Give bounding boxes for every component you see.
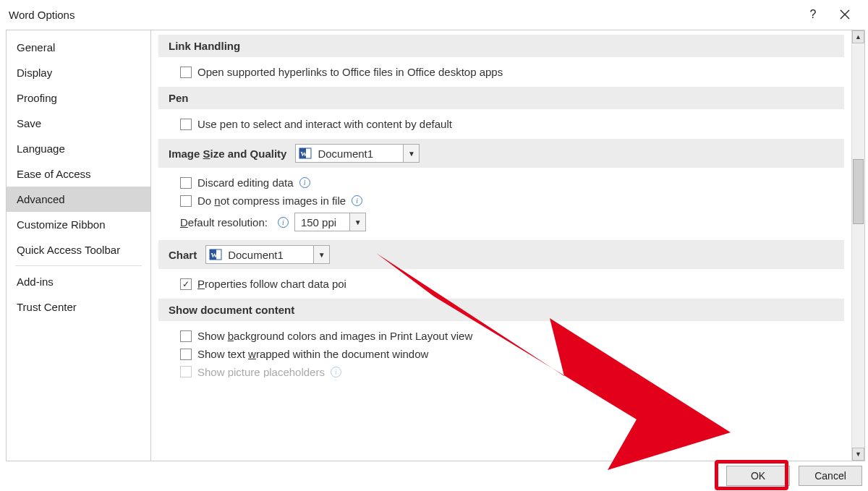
scroll-track[interactable] [852,43,864,448]
svg-text:W: W [301,150,307,158]
cancel-button[interactable]: Cancel [799,466,862,486]
chevron-down-icon: ▼ [349,213,365,231]
label-background-colors: Show background colors and images in Pri… [197,330,472,342]
sidebar-item-quick-access-toolbar[interactable]: Quick Access Toolbar [7,237,150,262]
scrollbar-vertical[interactable]: ▲ ▼ [851,30,864,461]
sidebar-item-language[interactable]: Language [7,136,150,161]
label-use-pen: Use pen to select and interact with cont… [197,118,452,130]
label-discard-editing: Discard editing data [197,176,294,189]
sidebar-item-display[interactable]: Display [7,60,150,85]
word-doc-icon: W [299,147,312,160]
sidebar-separator [15,265,142,266]
dropdown-resolution-value: 150 ppi [295,216,349,229]
label-no-compress: Do not compress images in file [197,195,346,207]
svg-text:W: W [211,252,218,259]
checkbox-picture-placeholders[interactable] [180,366,192,377]
word-doc-icon: W [209,248,222,261]
options-sidebar: General Display Proofing Save Language E… [6,30,150,461]
chevron-down-icon: ▼ [403,145,419,162]
label-open-hyperlinks: Open supported hyperlinks to Office file… [197,66,503,78]
section-chart: Chart W Document1 ▼ [158,240,844,269]
label-default-resolution: Default resolution: [180,216,272,229]
section-link-handling: Link Handling [158,35,844,57]
sidebar-item-proofing[interactable]: Proofing [7,85,150,111]
label-chart-properties: Properties follow chart data poi [197,278,346,290]
sidebar-item-ease-of-access[interactable]: Ease of Access [7,161,150,187]
titlebar: Word Options ? [0,0,868,29]
checkbox-open-hyperlinks[interactable] [180,67,192,78]
section-show-document-content: Show document content [158,299,844,321]
help-icon[interactable]: ? [797,3,829,26]
dropdown-chart-document-value: Document1 [226,249,313,261]
window-title: Word Options [9,9,797,21]
sidebar-item-add-ins[interactable]: Add-ins [7,269,150,294]
dropdown-image-document[interactable]: W Document1 ▼ [295,144,420,163]
checkbox-discard-editing[interactable] [180,177,192,189]
scroll-thumb[interactable] [853,159,864,224]
dropdown-chart-document[interactable]: W Document1 ▼ [205,245,330,264]
info-icon[interactable]: i [278,217,289,228]
chevron-down-icon: ▼ [313,246,329,263]
close-icon[interactable] [829,3,861,26]
info-icon[interactable]: i [331,367,341,377]
scroll-down-icon[interactable]: ▼ [852,448,864,461]
sidebar-item-save[interactable]: Save [7,111,150,136]
checkbox-chart-properties[interactable] [180,278,192,290]
checkbox-no-compress[interactable] [180,195,192,207]
checkbox-text-wrapped[interactable] [180,349,192,360]
label-picture-placeholders: Show picture placeholders [197,366,325,378]
checkbox-use-pen[interactable] [180,119,192,130]
sidebar-item-trust-center[interactable]: Trust Center [7,294,150,320]
sidebar-item-customize-ribbon[interactable]: Customize Ribbon [7,212,150,237]
options-main: Link Handling Open supported hyperlinks … [150,30,865,461]
info-icon[interactable]: i [299,177,310,188]
section-image-quality: Image Size and Quality W Document1 ▼ [158,139,844,168]
sidebar-item-advanced[interactable]: Advanced [7,187,150,212]
info-icon[interactable]: i [352,195,362,206]
section-pen: Pen [158,87,844,109]
dialog-footer: OK Cancel [726,466,862,486]
sidebar-item-general[interactable]: General [7,35,150,60]
section-chart-title: Chart [169,249,197,261]
label-text-wrapped: Show text wrapped within the document wi… [197,348,428,360]
section-image-title: Image Size and Quality [169,148,286,160]
checkbox-background-colors[interactable] [180,330,192,342]
ok-button[interactable]: OK [726,466,790,486]
scroll-up-icon[interactable]: ▲ [852,30,864,43]
dropdown-image-document-value: Document1 [316,148,403,160]
dropdown-resolution[interactable]: 150 ppi ▼ [294,213,366,231]
